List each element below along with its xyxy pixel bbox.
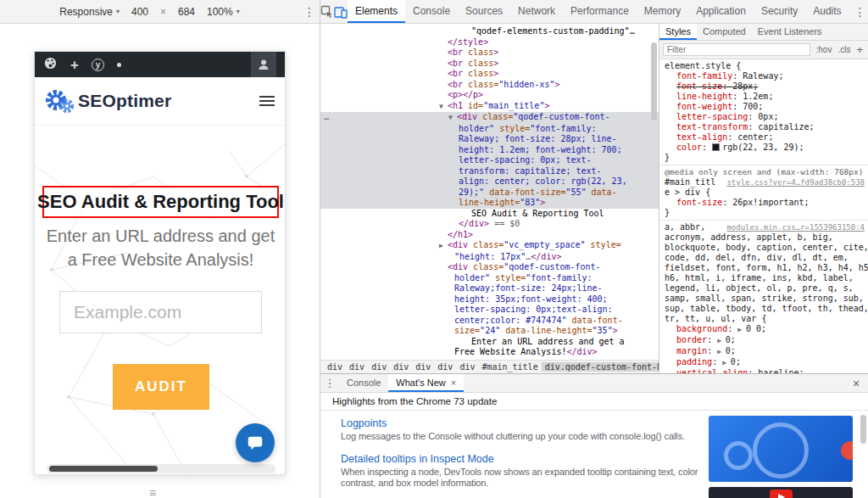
play-button-icon[interactable] [770,490,793,498]
user-icon[interactable] [251,52,276,77]
drawer-menu-icon[interactable]: ⋮ [320,374,339,392]
drawer-tab-what-s-new[interactable]: What's New× [388,374,464,392]
dom-node-line[interactable]: SEO Audit & Reporting Tool [320,209,659,220]
whatsnew-item-title[interactable]: Detailed tooltips in Inspect Mode [341,453,709,465]
css-declaration[interactable]: color: rgb(22, 23, 29); [665,143,865,153]
style-rule[interactable]: @media only screen and (max-width: 768px… [659,165,868,221]
toggle-device-toolbar-icon[interactable] [334,0,348,23]
dom-node-line[interactable]: <br class> [320,48,659,59]
tab-console[interactable]: Console [405,0,458,23]
dom-node-line[interactable]: letter-spacing: 0px;text-align: [320,305,659,316]
css-declaration[interactable]: font-weight: 700; [665,102,865,112]
css-declaration[interactable]: text-transform: capitalize; [665,122,865,132]
tab-audits[interactable]: Audits [805,0,849,23]
plus-icon[interactable]: + [70,58,79,72]
dom-node-line[interactable]: <br class="hidden-xs"> [320,80,659,91]
drawer-scrollbar-thumb[interactable] [860,415,866,444]
expand-shorthand-icon[interactable]: ▶ [717,348,726,355]
css-declaration[interactable]: text-align: center; [665,132,865,143]
dom-node-line[interactable]: ▶<div class="vc_empty_space" style= [320,240,659,252]
tab-security[interactable]: Security [754,0,805,23]
drawer-tab-console[interactable]: Console [339,374,388,392]
breadcrumb-item[interactable]: div [456,362,478,372]
styles-filter-input[interactable] [663,43,810,56]
toggle-element-state-button[interactable]: :hov [816,45,832,54]
breadcrumb-item[interactable]: div [412,362,434,372]
breadcrumb-item[interactable]: div [390,362,412,372]
zoom-dropdown[interactable]: 100% ▾ [207,6,240,18]
dom-node-line[interactable]: ▼<h1 id="main_title"> [320,101,659,113]
tab-sources[interactable]: Sources [458,0,510,23]
expand-shorthand-icon[interactable]: ▶ [737,326,746,333]
viewport-resize-handle[interactable]: ≡ [149,487,156,498]
stylesheet-link[interactable]: style.css?ver=4…fd9ad38cb0:538 [726,177,865,187]
sidebar-tab-computed[interactable]: Computed [697,24,752,40]
devtools-menu-icon[interactable]: ⋮ [849,0,868,23]
tab-memory[interactable]: Memory [637,0,688,23]
dom-node-line[interactable]: Enter an URL address and get a [320,337,659,348]
device-type-dropdown[interactable]: Responsive ▾ [59,6,120,18]
new-style-rule-button[interactable]: + [856,43,865,56]
tab-elements[interactable]: Elements [348,0,405,23]
device-toolbar-menu-icon[interactable]: ⋮ [299,5,320,19]
stylesheet-link[interactable]: modules.min.css…r=1553963150:4 [726,222,865,232]
seoptimer-logo[interactable]: SEOptimer [45,88,171,114]
dom-node-line[interactable]: "qodef-elements-custom-padding"… [320,26,659,37]
dom-node-line[interactable]: line-height="83"> [320,198,659,209]
dom-node-line[interactable]: Free Website Analysis!</div> [320,347,659,358]
dom-node-line[interactable]: <br class> [320,59,659,70]
dom-node-line[interactable]: Raleway;font-size: 24px;line- [320,283,659,294]
dom-node-line[interactable]: height: 1.2em; font-weight: 700; [320,145,659,156]
dom-node-line[interactable]: height: 35px;font-weight: 400; [320,294,659,305]
inspect-element-icon[interactable] [320,0,334,23]
dom-node-line[interactable]: "height: 17px"…</div> [320,252,659,263]
whatsnew-item-title[interactable]: Logpoints [341,417,709,429]
dom-node-line[interactable]: …▼<div class="qodef-custom-font- [320,112,659,124]
whatsnew-thumbnail[interactable] [709,416,853,482]
style-rule[interactable]: element.style {font-family: Raleway;font… [659,59,868,165]
chat-widget-button[interactable] [236,423,275,462]
viewport-width-input[interactable]: 400 [130,6,150,18]
expand-shorthand-icon[interactable]: ▶ [717,337,726,344]
breadcrumb-item[interactable]: div [434,362,456,372]
dom-node-line[interactable]: </div> == $0 [320,219,659,230]
breadcrumb-item[interactable]: div [368,362,390,372]
scrollbar-thumb[interactable] [49,466,158,472]
css-declaration[interactable]: font-family: Raleway; [665,71,865,81]
breadcrumb-item[interactable]: div.qodef-custom-font-holder [542,362,659,372]
color-swatch[interactable] [712,143,720,151]
sidebar-tab-event-listeners[interactable]: Event Listeners [752,24,828,40]
breadcrumb-item[interactable]: div [324,362,346,372]
breadcrumb-item[interactable]: div [346,362,368,372]
sidebar-tab-styles[interactable]: Styles [659,24,697,40]
dom-node-line[interactable]: </h1> [320,230,659,241]
close-icon[interactable]: × [451,378,456,388]
dom-node-line[interactable]: </style> [320,37,659,48]
dom-node-line[interactable]: size="24" data-line-height="35"> [320,326,659,337]
tab-network[interactable]: Network [510,0,563,23]
whatsnew-video-thumbnail[interactable] [709,487,853,498]
dom-node-line[interactable]: center;color: #747474" data-font- [320,316,659,327]
audit-button[interactable]: AUDIT [113,364,209,410]
css-declaration[interactable]: margin: ▶ 0; [665,346,865,357]
element-classes-button[interactable]: .cls [837,45,850,54]
dom-node-line[interactable]: letter-spacing: 0px; text- [320,155,659,166]
style-rule[interactable]: modules.min.css…r=1553963150:4a, abbr,ac… [659,221,868,373]
hamburger-menu-icon[interactable] [259,93,275,109]
css-declaration[interactable]: padding: ▶ 0; [665,357,865,368]
dom-node-line[interactable]: <div class="qodef-custom-font- [320,262,659,273]
drawer-close-icon[interactable]: × [844,374,868,392]
dom-node-line[interactable]: <p></p> [320,90,659,101]
css-declaration[interactable]: border: ▶ 0; [665,335,865,346]
dom-node-line[interactable]: holder" style="font-family: [320,124,659,135]
dom-scrollbar-thumb[interactable] [651,42,657,120]
dom-node-line[interactable]: transform: capitalize; text- [320,166,659,177]
dom-node-line[interactable]: align: center; color: rgb(22, 23, [320,176,659,187]
dom-node-line[interactable]: Raleway; font-size: 28px; line- [320,134,659,145]
css-declaration[interactable]: background: ▶ 0 0; [665,324,865,335]
tab-performance[interactable]: Performance [563,0,637,23]
css-declaration[interactable]: line-height: 1.2em; [665,92,865,102]
palette-icon[interactable] [43,56,58,73]
dom-node-line[interactable]: holder" style="font-family: [320,273,659,284]
css-declaration[interactable]: font-size: 28px; [665,81,865,92]
